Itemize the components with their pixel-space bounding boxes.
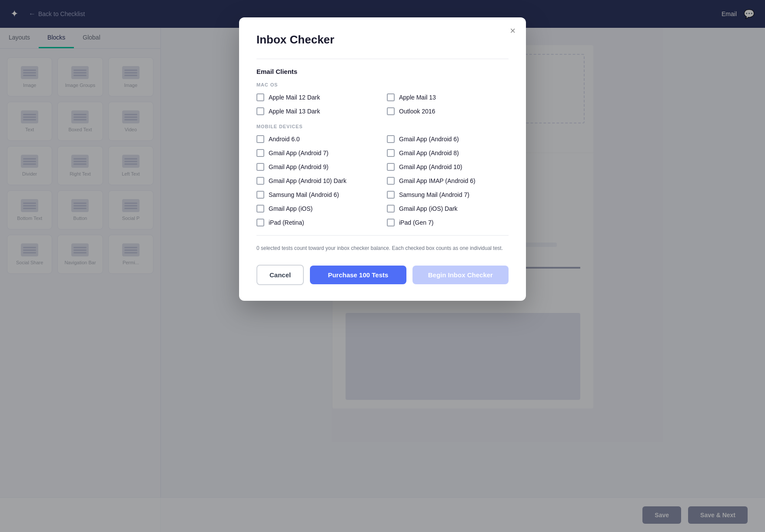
mac-os-checkbox-grid: Apple Mail 12 Dark Apple Mail 13 Apple M…	[256, 93, 509, 115]
checkbox-label-mac-0: Apple Mail 12 Dark	[269, 94, 320, 101]
mobile-checkbox-item-10[interactable]: Gmail App (iOS)	[256, 205, 378, 213]
modal-top-divider	[256, 59, 509, 59]
checkbox-label-mobile-2: Gmail App (Android 7)	[269, 150, 329, 156]
checkbox-label-mac-2: Apple Mail 13 Dark	[269, 108, 320, 115]
checkbox-label-mobile-13: iPad (Gen 7)	[399, 219, 433, 226]
mobile-checkbox-item-11[interactable]: Gmail App (iOS) Dark	[387, 205, 509, 213]
checkbox-label-mobile-12: iPad (Retina)	[269, 219, 304, 226]
mac-os-checkbox-item-0[interactable]: Apple Mail 12 Dark	[256, 93, 378, 101]
mobile-checkbox-item-4[interactable]: Gmail App (Android 9)	[256, 163, 378, 171]
checkbox-label-mobile-11: Gmail App (iOS) Dark	[399, 205, 458, 212]
checkbox-box-mac-1[interactable]	[387, 93, 395, 101]
mobile-checkbox-item-7[interactable]: Gmail App IMAP (Android 6)	[387, 177, 509, 185]
mobile-checkbox-item-12[interactable]: iPad (Retina)	[256, 219, 378, 226]
mac-os-subtitle: MAC OS	[256, 82, 509, 87]
checkbox-box-mobile-9[interactable]	[387, 191, 395, 199]
checkbox-label-mobile-4: Gmail App (Android 9)	[269, 163, 329, 170]
checkbox-box-mobile-10[interactable]	[256, 205, 264, 213]
modal-footer: Cancel Purchase 100 Tests Begin Inbox Ch…	[256, 265, 509, 285]
mobile-checkbox-item-9[interactable]: Samsung Mail (Android 7)	[387, 191, 509, 199]
mobile-checkbox-item-13[interactable]: iPad (Gen 7)	[387, 219, 509, 226]
checkbox-box-mobile-4[interactable]	[256, 163, 264, 171]
checkbox-box-mac-0[interactable]	[256, 93, 264, 101]
checkbox-label-mac-3: Outlook 2016	[399, 108, 435, 115]
mobile-checkbox-item-6[interactable]: Gmail App (Android 10) Dark	[256, 177, 378, 185]
checkbox-box-mobile-6[interactable]	[256, 177, 264, 185]
modal-overlay: × Inbox Checker Email Clients MAC OS App…	[0, 0, 765, 532]
modal-close-button[interactable]: ×	[510, 26, 516, 36]
cancel-button[interactable]: Cancel	[256, 265, 304, 285]
begin-inbox-checker-button[interactable]: Begin Inbox Checker	[412, 266, 509, 284]
checkbox-box-mac-2[interactable]	[256, 107, 264, 115]
checkbox-label-mobile-1: Gmail App (Android 6)	[399, 136, 459, 143]
checkbox-box-mobile-2[interactable]	[256, 149, 264, 157]
mobile-checkbox-grid: Android 6.0 Gmail App (Android 6) Gmail …	[256, 135, 509, 226]
checkbox-label-mobile-5: Gmail App (Android 10)	[399, 163, 462, 170]
checkbox-label-mobile-6: Gmail App (Android 10) Dark	[269, 177, 346, 184]
checkbox-box-mac-3[interactable]	[387, 107, 395, 115]
modal-title: Inbox Checker	[256, 33, 509, 47]
checkbox-label-mobile-9: Samsung Mail (Android 7)	[399, 191, 469, 198]
checkbox-box-mobile-12[interactable]	[256, 219, 264, 226]
checkbox-label-mobile-8: Samsung Mail (Android 6)	[269, 191, 339, 198]
checkbox-box-mobile-11[interactable]	[387, 205, 395, 213]
checkbox-label-mac-1: Apple Mail 13	[399, 94, 436, 101]
checkbox-label-mobile-10: Gmail App (iOS)	[269, 205, 313, 212]
purchase-tests-button[interactable]: Purchase 100 Tests	[310, 266, 406, 284]
mac-os-checkbox-item-1[interactable]: Apple Mail 13	[387, 93, 509, 101]
mobile-devices-subtitle: MOBILE DEVICES	[256, 124, 509, 129]
checkbox-box-mobile-1[interactable]	[387, 135, 395, 143]
checkbox-box-mobile-8[interactable]	[256, 191, 264, 199]
inbox-checker-modal: × Inbox Checker Email Clients MAC OS App…	[239, 17, 526, 301]
mobile-checkbox-item-1[interactable]: Gmail App (Android 6)	[387, 135, 509, 143]
balance-text: 0 selected tests count toward your inbox…	[256, 244, 509, 253]
modal-bottom-divider	[256, 235, 509, 236]
mobile-checkbox-item-0[interactable]: Android 6.0	[256, 135, 378, 143]
mobile-checkbox-item-2[interactable]: Gmail App (Android 7)	[256, 149, 378, 157]
checkbox-box-mobile-13[interactable]	[387, 219, 395, 226]
email-clients-section-title: Email Clients	[256, 68, 509, 75]
mobile-checkbox-item-3[interactable]: Gmail App (Android 8)	[387, 149, 509, 157]
mac-os-checkbox-item-3[interactable]: Outlook 2016	[387, 107, 509, 115]
mac-os-checkbox-item-2[interactable]: Apple Mail 13 Dark	[256, 107, 378, 115]
checkbox-box-mobile-0[interactable]	[256, 135, 264, 143]
checkbox-box-mobile-3[interactable]	[387, 149, 395, 157]
checkbox-label-mobile-3: Gmail App (Android 8)	[399, 150, 459, 156]
checkbox-label-mobile-0: Android 6.0	[269, 136, 300, 143]
checkbox-label-mobile-7: Gmail App IMAP (Android 6)	[399, 177, 476, 184]
checkbox-box-mobile-7[interactable]	[387, 177, 395, 185]
checkbox-box-mobile-5[interactable]	[387, 163, 395, 171]
mobile-checkbox-item-8[interactable]: Samsung Mail (Android 6)	[256, 191, 378, 199]
mobile-checkbox-item-5[interactable]: Gmail App (Android 10)	[387, 163, 509, 171]
